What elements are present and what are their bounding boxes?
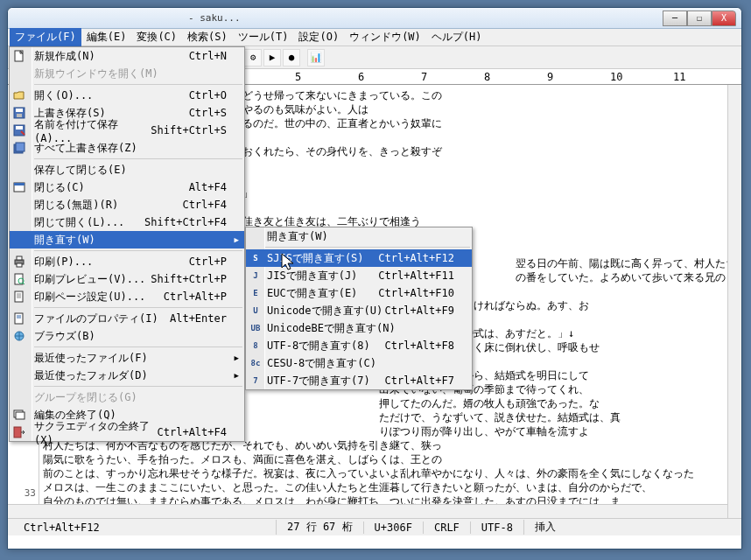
close-button[interactable]: X [712, 10, 736, 26]
separator [34, 307, 242, 308]
statusbar: Ctrl+Alt+F12 27 行 67 桁 U+306F CRLF UTF-8… [8, 518, 741, 536]
tool-misc-icon[interactable]: 📊 [307, 49, 325, 66]
shortcut: Ctrl+Alt+F9 [385, 304, 454, 317]
reopen-menu-item[interactable]: UBUnicodeBEで開き直す(N) [246, 319, 472, 337]
ruler-mark: 11 [673, 71, 685, 83]
menu-6[interactable]: ウィンドウ(W) [344, 28, 426, 46]
file-menu-item[interactable]: 名前を付けて保存(A)...Shift+Ctrl+S [10, 122, 244, 139]
file-menu-item[interactable]: 開く(O)...Ctrl+O [10, 87, 244, 104]
encoding-prefix: S [248, 251, 263, 265]
menu-4[interactable]: ツール(T) [233, 28, 294, 46]
menu-label: 最近使ったフォルダ(D) [34, 368, 227, 383]
file-menu-item[interactable]: すべて上書き保存(Z) [10, 139, 244, 157]
pagesetup-icon [11, 290, 27, 304]
encoding-prefix: U [248, 304, 263, 318]
menu-label: SJISで開き直す(S) [267, 251, 378, 266]
reopen-menu-item[interactable]: 7UTF-7で開き直す(7)Ctrl+Alt+F7 [246, 372, 472, 389]
status-code: U+306F [363, 522, 423, 534]
exit-icon [11, 425, 27, 439]
blank-icon [11, 215, 27, 229]
menu-1[interactable]: 編集(E) [81, 28, 132, 46]
svg-rect-7 [16, 143, 25, 151]
file-menu-item[interactable]: ブラウズ(B) [10, 327, 244, 345]
menu-label: すべて上書き保存(Z) [34, 141, 227, 156]
reopen-menu-item[interactable]: UUnicodeで開き直す(U)Ctrl+Alt+F9 [246, 302, 472, 319]
svg-rect-16 [15, 313, 23, 324]
menu-label: 最近使ったファイル(F) [34, 351, 227, 366]
reopen-menu-item[interactable]: JJISで開き直す(J)Ctrl+Alt+F11 [246, 267, 472, 284]
menu-label: CESU-8で開き直す(C) [267, 356, 454, 371]
closeall-icon [11, 408, 27, 422]
line-number: 33 [8, 487, 36, 499]
close-icon [11, 180, 27, 194]
file-menu-item[interactable]: サクラエディタの全終了(X)Ctrl+Alt+F4 [10, 424, 244, 441]
file-menu-item[interactable]: 保存して閉じる(E) [10, 161, 244, 178]
maximize-button[interactable]: ☐ [687, 10, 712, 26]
horizontal-scrollbar[interactable] [8, 504, 727, 518]
prop-icon [11, 312, 27, 326]
file-menu-item[interactable]: 印刷(P)...Ctrl+P [10, 253, 244, 270]
file-menu-item[interactable]: 印刷ページ設定(U)...Ctrl+Alt+P [10, 288, 244, 305]
shortcut: Alt+F4 [189, 181, 227, 193]
menu-label: 閉じる(無題)(R) [34, 198, 182, 213]
file-menu-item[interactable]: 新規作成(N)Ctrl+N [10, 47, 244, 65]
reopen-menu-item[interactable]: 8UTF-8で開き直す(8)Ctrl+Alt+F8 [246, 337, 472, 354]
shortcut: Alt+Enter [170, 312, 227, 325]
blank-icon [11, 368, 27, 382]
menubar: ファイル(F)編集(E)変換(C)検索(S)ツール(T)設定(O)ウィンドウ(W… [8, 29, 741, 46]
shortcut: Shift+Ctrl+F4 [144, 216, 227, 228]
menu-label: 閉じる(C) [34, 180, 189, 195]
reopen-menu-item[interactable]: EEUCで開き直す(E)Ctrl+Alt+F10 [246, 284, 472, 302]
encoding-prefix: UB [248, 321, 263, 335]
tool-config-icon[interactable]: ⚙ [244, 49, 262, 66]
reopen-menu-item[interactable]: 開き直す(W) [246, 228, 472, 245]
reopen-menu-item[interactable]: SSJISで開き直す(S)Ctrl+Alt+F12 [246, 249, 472, 267]
file-menu-item[interactable]: 開き直す(W)▶ [10, 231, 244, 248]
file-menu-item[interactable]: 最近使ったフォルダ(D)▶ [10, 367, 244, 384]
svg-rect-19 [16, 412, 25, 419]
window-buttons: ─ ☐ X [663, 10, 736, 26]
menu-label: 印刷ページ設定(U)... [34, 290, 164, 304]
tool-rec-icon[interactable]: ● [283, 49, 300, 66]
status-hint: Ctrl+Alt+F12 [13, 522, 276, 534]
vertical-scrollbar[interactable] [727, 85, 741, 518]
separator [34, 84, 242, 85]
menu-label: EUCで開き直す(E) [267, 286, 378, 301]
menu-label: 開き直す(W) [34, 233, 227, 248]
menu-0[interactable]: ファイル(F) [10, 28, 81, 46]
shortcut: Ctrl+Alt+F11 [378, 270, 454, 282]
ruler-mark: 6 [358, 71, 364, 83]
menu-label: UTF-8で開き直す(8) [267, 339, 385, 354]
status-pos: 27 行 67 桁 [276, 520, 363, 535]
saveall-icon [11, 141, 27, 155]
file-menu-item[interactable]: 閉じて開く(L)...Shift+Ctrl+F4 [10, 214, 244, 231]
menu-2[interactable]: 変換(C) [131, 28, 182, 46]
encoding-prefix [248, 229, 263, 243]
file-menu-item[interactable]: ファイルのプロパティ(I)Alt+Enter [10, 310, 244, 327]
print-icon [11, 255, 27, 269]
file-menu-item[interactable]: 閉じる(無題)(R)Ctrl+F4 [10, 196, 244, 214]
svg-rect-12 [17, 263, 22, 267]
tool-macro-icon[interactable]: ▶ [263, 49, 281, 66]
reopen-menu-item[interactable]: 8cCESU-8で開き直す(C) [246, 354, 472, 372]
new-icon [11, 49, 27, 63]
separator [34, 386, 242, 387]
file-menu-item[interactable]: 閉じる(C)Alt+F4 [10, 178, 244, 196]
menu-label: 印刷(P)... [34, 255, 189, 270]
browse-icon [11, 329, 27, 343]
menu-3[interactable]: 検索(S) [182, 28, 233, 46]
menu-label: JISで開き直す(J) [267, 269, 378, 284]
separator [34, 346, 242, 347]
menu-7[interactable]: ヘルプ(H) [426, 28, 488, 46]
menu-label: UnicodeBEで開き直す(N) [267, 321, 454, 336]
file-menu-item[interactable]: 印刷プレビュー(V)...Shift+Ctrl+P [10, 270, 244, 288]
menu-5[interactable]: 設定(O) [293, 28, 344, 46]
svg-rect-15 [15, 291, 23, 302]
menu-label: 印刷プレビュー(V)... [34, 272, 151, 287]
minimize-button[interactable]: ─ [663, 10, 687, 26]
window-title: - saku... [13, 12, 663, 24]
status-enc: UTF-8 [470, 522, 523, 534]
menu-label: ファイルのプロパティ(I) [34, 312, 170, 326]
file-menu-item[interactable]: 最近使ったファイル(F)▶ [10, 349, 244, 367]
blank-icon [11, 66, 27, 80]
